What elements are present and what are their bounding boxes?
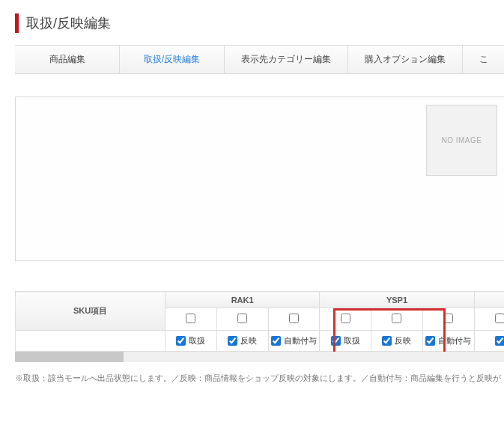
tab-bar: 商品編集 取扱/反映編集 表示先カテゴリー編集 購入オプション編集 こ [15,45,504,74]
tab-purchase-option[interactable]: 購入オプション編集 [348,46,463,73]
rak1-auto-label: 自動付与 [284,335,317,346]
ysp1-reflect-label: 反映 [395,335,411,346]
ysp1-handling-checkbox[interactable] [331,336,341,346]
sku-header-cell: SKU項目 [16,292,166,331]
group-header-rak1: RAK1 [166,292,320,308]
header-accent-bar [15,13,19,33]
footer-note: ※取扱：該当モールへ出品状態にします。／反映：商品情報をショップ反映の対象にしま… [15,373,504,384]
tab-partial[interactable]: こ [463,46,504,73]
extra-handling-checkbox[interactable] [495,336,504,346]
rak1-auto-checkbox[interactable] [271,336,281,346]
tab-product-edit[interactable]: 商品編集 [15,46,120,73]
group-header-extra [474,292,504,308]
product-info-panel: NO IMAGE 登録日時 [15,97,504,261]
page-title: 取扱/反映編集 [26,14,111,32]
ysp1-handling-label: 取扱 [344,335,360,346]
horizontal-scrollbar-thumb[interactable] [15,352,124,362]
sku-table: SKU項目 RAK1 YSP1 取扱 反映 自動付与 取扱 反映 自動付与 [15,291,504,352]
rak1-col2-master-checkbox[interactable] [237,314,247,323]
ysp1-auto-checkbox[interactable] [425,336,435,346]
rak1-col1-master-checkbox[interactable] [186,314,195,323]
sku-table-wrapper: SKU項目 RAK1 YSP1 取扱 反映 自動付与 取扱 反映 自動付与 [15,291,504,352]
sku-empty-cell [16,331,166,352]
ysp1-auto-label: 自動付与 [438,335,471,346]
rak1-col3-master-checkbox[interactable] [289,314,299,323]
rak1-handling-label: 取扱 [189,335,205,346]
ysp1-col3-master-checkbox[interactable] [443,314,453,323]
group-header-ysp1: YSP1 [320,292,474,308]
tab-category-edit[interactable]: 表示先カテゴリー編集 [225,46,348,73]
horizontal-scrollbar-track[interactable] [15,352,504,362]
ysp1-reflect-checkbox[interactable] [382,336,392,346]
rak1-reflect-checkbox[interactable] [228,336,237,346]
rak1-reflect-label: 反映 [240,335,257,346]
ysp1-col2-master-checkbox[interactable] [392,314,401,323]
tab-handling-reflect[interactable]: 取扱/反映編集 [120,46,225,73]
ysp1-col1-master-checkbox[interactable] [341,314,350,323]
rak1-handling-checkbox[interactable] [176,336,186,346]
no-image-placeholder: NO IMAGE [426,105,497,176]
extra-col1-master-checkbox[interactable] [495,314,504,323]
